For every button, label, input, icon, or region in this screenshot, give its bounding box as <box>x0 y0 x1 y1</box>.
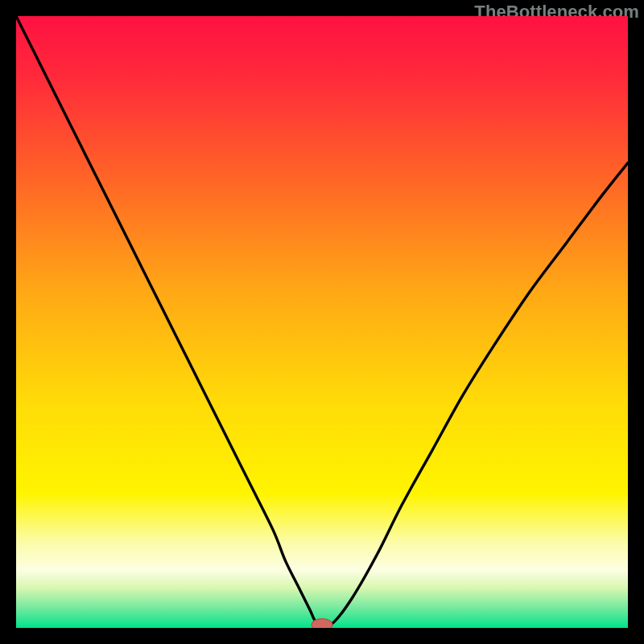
bottleneck-plot <box>16 16 628 628</box>
chart-stage: TheBottleneck.com <box>0 0 644 644</box>
minimum-marker <box>312 619 332 628</box>
gradient-backdrop <box>16 16 628 628</box>
